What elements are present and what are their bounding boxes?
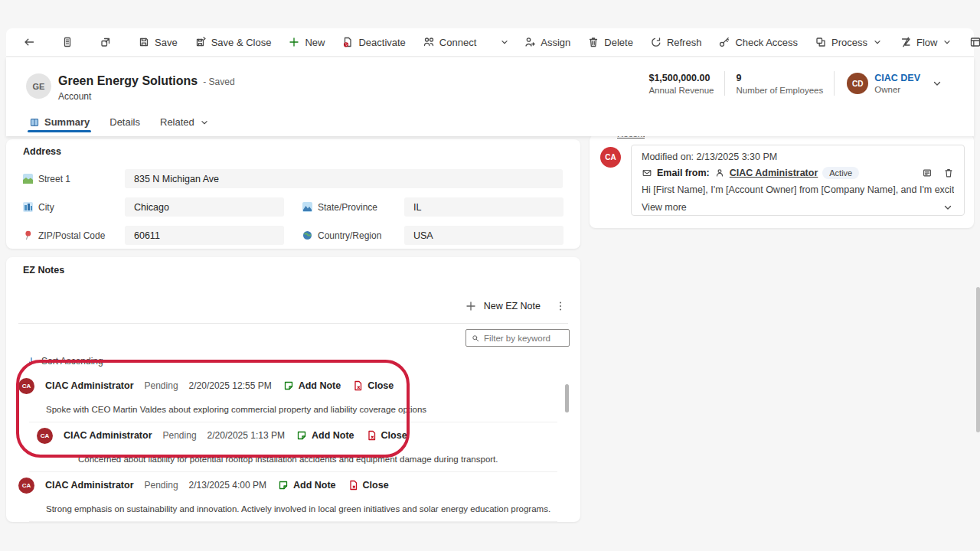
- note-row[interactable]: CA CIAC Administrator Pending 2/13/2025 …: [6, 472, 580, 522]
- plus-icon: [465, 300, 477, 312]
- process-button[interactable]: Process: [808, 32, 889, 52]
- address-section: Address Street 1 City State/Province: [6, 139, 580, 249]
- note-avatar: CA: [18, 378, 34, 394]
- delete-button[interactable]: Delete: [581, 32, 639, 52]
- note-body: Strong emphasis on sustainability and in…: [46, 504, 568, 514]
- entity-type-label: Account: [58, 91, 91, 102]
- timeline-email-card[interactable]: Modified on: 2/13/2025 3:30 PM Email fro…: [631, 145, 965, 216]
- divider: [18, 323, 568, 324]
- tab-details[interactable]: Details: [103, 110, 146, 136]
- employees-label: Number of Employees: [736, 86, 823, 95]
- header-expand-chevron-icon[interactable]: [931, 77, 943, 90]
- trash-icon[interactable]: [943, 168, 954, 178]
- sort-ascending-button[interactable]: Sort Ascending: [26, 356, 580, 367]
- country-globe-icon: [302, 230, 312, 240]
- flow-label: Flow: [916, 37, 937, 48]
- new-button[interactable]: New: [282, 32, 331, 52]
- close-note-icon: [347, 479, 359, 491]
- close-note-button[interactable]: Close: [351, 380, 394, 392]
- chevron-down-icon: [942, 201, 954, 214]
- new-ez-note-button[interactable]: New EZ Note: [465, 300, 541, 312]
- mail-icon: [642, 168, 652, 178]
- assign-button[interactable]: Assign: [518, 32, 577, 52]
- key-icon: [718, 36, 730, 48]
- tab-summary[interactable]: Summary: [23, 110, 96, 136]
- command-bar: Save Save & Close New Deactivate Connect…: [6, 28, 974, 57]
- save-icon: [138, 36, 150, 48]
- filter-keyword-input[interactable]: [484, 334, 564, 343]
- state-input[interactable]: [404, 197, 564, 217]
- sender-link[interactable]: CIAC Administrator: [730, 168, 818, 178]
- add-note-icon: [277, 479, 289, 491]
- zip-input[interactable]: [125, 226, 284, 245]
- employees-field[interactable]: 9 Number of Employees: [725, 73, 834, 95]
- add-note-button[interactable]: Add Note: [296, 429, 354, 442]
- note-status: Pending: [163, 430, 197, 441]
- add-note-button[interactable]: Add Note: [277, 479, 336, 491]
- street-input[interactable]: [125, 169, 563, 188]
- arrow-left-icon: [23, 36, 35, 48]
- employees-value: 9: [736, 73, 823, 83]
- popout-button[interactable]: [93, 32, 118, 52]
- note-body: Concerned about liability for potential …: [78, 455, 568, 464]
- process-label: Process: [831, 37, 867, 48]
- form-selector-button[interactable]: [55, 32, 80, 52]
- sort-ascending-label: Sort Ascending: [41, 356, 103, 367]
- divider: [29, 521, 557, 522]
- back-button[interactable]: [17, 32, 41, 52]
- view-more-button[interactable]: View more: [642, 201, 954, 214]
- arrow-down-icon: [26, 356, 37, 367]
- tab-related[interactable]: Related: [154, 110, 216, 136]
- note-author: CIAC Administrator: [45, 380, 134, 391]
- connect-icon: [423, 36, 435, 48]
- record-header: GE Green Energy Solutions - Saved Accoun…: [6, 57, 974, 136]
- close-note-button[interactable]: Close: [365, 429, 407, 442]
- city-label: City: [23, 202, 125, 213]
- word-templates-button[interactable]: Word Templates: [963, 32, 980, 52]
- popout-icon: [100, 36, 112, 48]
- filter-keyword-box[interactable]: [466, 329, 570, 347]
- country-label: Country/Region: [302, 230, 404, 241]
- delete-label: Delete: [604, 37, 633, 48]
- save-label: Save: [155, 37, 178, 48]
- street-label: Street 1: [23, 174, 125, 184]
- save-status: - Saved: [203, 77, 234, 87]
- new-label: New: [305, 37, 325, 48]
- owner-field[interactable]: CD CIAC DEV Owner: [835, 73, 920, 94]
- add-note-button[interactable]: Add Note: [283, 380, 341, 392]
- note-row[interactable]: CA CIAC Administrator Pending 2/20/2025 …: [6, 373, 580, 422]
- tab-bar: Summary Details Related: [23, 110, 216, 136]
- notes-scrollbar-thumb[interactable]: [565, 384, 569, 412]
- connect-dropdown-button[interactable]: [496, 33, 513, 51]
- connect-button[interactable]: Connect: [416, 32, 482, 52]
- plus-icon: [288, 36, 300, 48]
- chevron-down-icon: [199, 117, 210, 128]
- tab-related-label: Related: [160, 116, 194, 128]
- page-scrollbar-thumb[interactable]: [976, 287, 980, 432]
- city-input[interactable]: [125, 197, 284, 217]
- country-input[interactable]: [404, 226, 564, 245]
- save-and-close-button[interactable]: Save & Close: [188, 32, 278, 52]
- refresh-button[interactable]: Refresh: [644, 32, 708, 52]
- note-status: Pending: [145, 380, 178, 391]
- check-access-label: Check Access: [735, 37, 798, 48]
- street-icon: [23, 174, 33, 184]
- deactivate-button[interactable]: Deactivate: [335, 32, 411, 52]
- more-vertical-icon[interactable]: [554, 300, 567, 312]
- save-button[interactable]: Save: [132, 32, 184, 52]
- note-row-nested[interactable]: CA CIAC Administrator Pending 2/20/2025 …: [6, 422, 580, 472]
- note-timestamp: 2/20/2025 1:13 PM: [207, 430, 285, 441]
- open-record-icon[interactable]: [922, 168, 933, 178]
- address-section-title: Address: [23, 146, 564, 157]
- assign-label: Assign: [541, 37, 570, 48]
- close-note-icon: [365, 429, 377, 442]
- close-note-button[interactable]: Close: [347, 479, 389, 491]
- annual-revenue-field[interactable]: $1,500,000.00 Annual Revenue: [638, 73, 724, 95]
- state-label: State/Province: [302, 202, 404, 213]
- owner-name-link[interactable]: CIAC DEV: [874, 73, 920, 83]
- page-title: Green Energy Solutions: [58, 74, 198, 88]
- search-icon: [471, 333, 480, 344]
- flow-button[interactable]: Flow: [893, 32, 959, 52]
- note-avatar: CA: [18, 478, 34, 494]
- check-access-button[interactable]: Check Access: [712, 32, 804, 52]
